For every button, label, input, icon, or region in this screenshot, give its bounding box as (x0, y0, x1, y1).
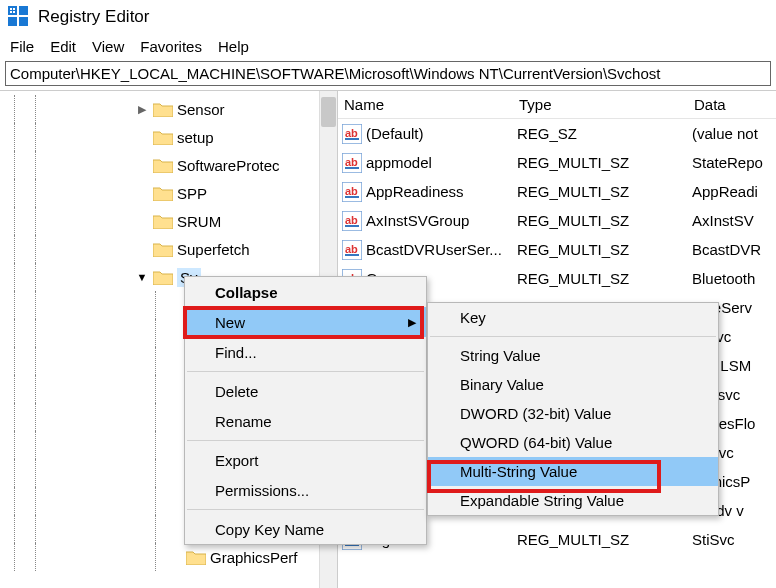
context-menu-item[interactable]: Rename (185, 406, 426, 436)
menu-item-label: Find... (215, 344, 257, 361)
registry-editor-window: Registry Editor File Edit View Favorites… (0, 0, 776, 588)
tree-row[interactable]: SRUM (0, 207, 319, 235)
tree-row[interactable]: SoftwareProtec (0, 151, 319, 179)
submenu-item[interactable]: Multi-String Value (428, 457, 718, 486)
value-type: REG_MULTI_SZ (517, 154, 692, 171)
chevron-down-icon[interactable]: ▼ (135, 271, 149, 283)
tree-row[interactable]: Superfetch (0, 235, 319, 263)
menu-favorites[interactable]: Favorites (140, 38, 202, 55)
menu-item-label: Multi-String Value (460, 463, 577, 480)
menu-item-label: Collapse (215, 284, 278, 301)
submenu-item[interactable]: DWORD (32-bit) Value (428, 399, 718, 428)
value-row[interactable]: BcastDVRUserSer...REG_MULTI_SZBcastDVR (338, 235, 776, 264)
value-type: REG_MULTI_SZ (517, 183, 692, 200)
context-menu-item[interactable]: Delete (185, 376, 426, 406)
value-name: appmodel (366, 154, 517, 171)
tree-node-label[interactable]: Superfetch (177, 241, 250, 258)
folder-icon (153, 157, 173, 173)
menu-bar: File Edit View Favorites Help (0, 34, 776, 59)
menu-view[interactable]: View (92, 38, 124, 55)
tree-node-label[interactable]: SRUM (177, 213, 221, 230)
menu-item-label: Expandable String Value (460, 492, 624, 509)
folder-icon (153, 213, 173, 229)
string-value-icon (342, 153, 362, 173)
registry-editor-icon (8, 6, 30, 28)
folder-icon (186, 549, 206, 565)
column-header-type[interactable]: Type (513, 92, 688, 117)
menu-item-label: Binary Value (460, 376, 544, 393)
context-menu-item[interactable]: New▶ (185, 307, 426, 337)
tree-context-menu: CollapseNew▶Find...DeleteRenameExportPer… (184, 276, 427, 545)
context-menu-item[interactable]: Permissions... (185, 475, 426, 505)
menu-help[interactable]: Help (218, 38, 249, 55)
string-value-icon (342, 124, 362, 144)
address-text: Computer\HKEY_LOCAL_MACHINE\SOFTWARE\Mic… (10, 65, 660, 82)
tree-node-label[interactable]: SoftwareProtec (177, 157, 280, 174)
string-value-icon (342, 211, 362, 231)
tree-row[interactable]: setup (0, 123, 319, 151)
submenu-item[interactable]: Binary Value (428, 370, 718, 399)
menu-item-label: DWORD (32-bit) Value (460, 405, 611, 422)
tree-row[interactable]: GraphicsPerf (0, 543, 319, 571)
value-row[interactable]: AxInstSVGroupREG_MULTI_SZAxInstSV (338, 206, 776, 235)
context-menu-item[interactable]: Copy Key Name (185, 514, 426, 544)
menu-separator (430, 336, 716, 337)
value-row[interactable]: AppReadinessREG_MULTI_SZAppReadi (338, 177, 776, 206)
menu-item-label: String Value (460, 347, 541, 364)
menu-item-label: Rename (215, 413, 272, 430)
context-menu-item[interactable]: Collapse (185, 277, 426, 307)
address-bar[interactable]: Computer\HKEY_LOCAL_MACHINE\SOFTWARE\Mic… (5, 61, 771, 86)
menu-separator (187, 509, 424, 510)
value-row[interactable]: appmodelREG_MULTI_SZStateRepo (338, 148, 776, 177)
value-type: REG_MULTI_SZ (517, 531, 692, 548)
context-menu-item[interactable]: Export (185, 445, 426, 475)
menu-item-label: Permissions... (215, 482, 309, 499)
menu-item-label: Delete (215, 383, 258, 400)
submenu-item[interactable]: Key (428, 303, 718, 332)
value-type: REG_MULTI_SZ (517, 241, 692, 258)
menu-item-label: Copy Key Name (215, 521, 324, 538)
submenu-item[interactable]: String Value (428, 341, 718, 370)
value-data: Bluetooth (692, 270, 776, 287)
value-name: (Default) (366, 125, 517, 142)
menu-item-label: Export (215, 452, 258, 469)
new-submenu: KeyString ValueBinary ValueDWORD (32-bit… (427, 302, 719, 516)
menu-item-label: New (215, 314, 245, 331)
value-list-header: Name Type Data (338, 91, 776, 119)
tree-node-label[interactable]: GraphicsPerf (210, 549, 298, 566)
folder-icon (153, 241, 173, 257)
value-data: AppReadi (692, 183, 776, 200)
submenu-item[interactable]: QWORD (64-bit) Value (428, 428, 718, 457)
value-type: REG_SZ (517, 125, 692, 142)
column-header-name[interactable]: Name (338, 92, 513, 117)
folder-icon (153, 129, 173, 145)
menu-separator (187, 440, 424, 441)
value-data: StateRepo (692, 154, 776, 171)
value-data: (value not (692, 125, 776, 142)
menu-separator (187, 371, 424, 372)
value-row[interactable]: (Default)REG_SZ(value not (338, 119, 776, 148)
value-data: AxInstSV (692, 212, 776, 229)
title-bar: Registry Editor (0, 0, 776, 34)
tree-node-label[interactable]: SPP (177, 185, 207, 202)
tree-row[interactable]: ▶Sensor (0, 95, 319, 123)
column-header-data[interactable]: Data (688, 92, 776, 117)
menu-item-label: QWORD (64-bit) Value (460, 434, 612, 451)
menu-edit[interactable]: Edit (50, 38, 76, 55)
folder-icon (153, 269, 173, 285)
scrollbar-thumb[interactable] (321, 97, 336, 127)
menu-file[interactable]: File (10, 38, 34, 55)
tree-node-label[interactable]: setup (177, 129, 214, 146)
menu-item-label: Key (460, 309, 486, 326)
tree-row[interactable]: SPP (0, 179, 319, 207)
string-value-icon (342, 182, 362, 202)
window-title: Registry Editor (38, 7, 149, 27)
tree-node-label[interactable]: Sensor (177, 101, 225, 118)
folder-icon (153, 185, 173, 201)
value-name: AxInstSVGroup (366, 212, 517, 229)
submenu-arrow-icon: ▶ (408, 316, 416, 329)
context-menu-item[interactable]: Find... (185, 337, 426, 367)
submenu-item[interactable]: Expandable String Value (428, 486, 718, 515)
folder-icon (153, 101, 173, 117)
chevron-right-icon[interactable]: ▶ (135, 103, 149, 116)
